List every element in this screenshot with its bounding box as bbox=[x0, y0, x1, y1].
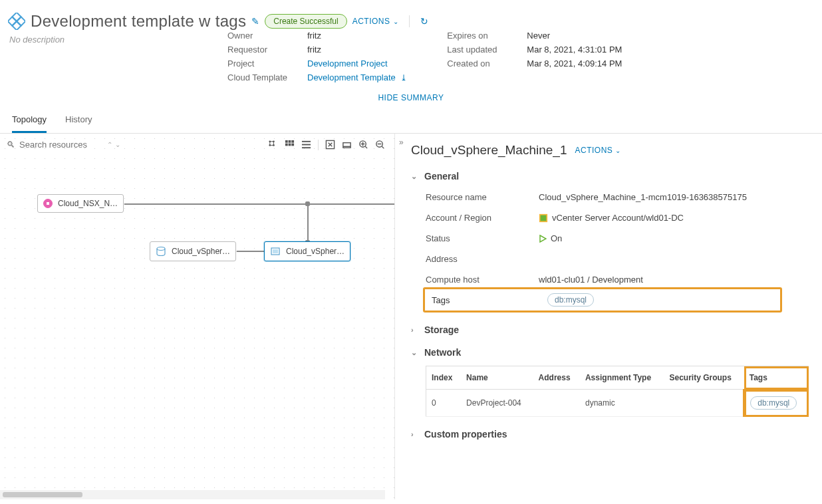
svg-rect-10 bbox=[291, 140, 294, 143]
power-on-icon bbox=[539, 235, 547, 243]
svg-rect-23 bbox=[273, 249, 278, 253]
cell-tags: db:mysql bbox=[744, 390, 809, 417]
topology-node-vsphere-machine[interactable]: Cloud_vSpher… bbox=[264, 241, 350, 261]
cell-index: 0 bbox=[426, 390, 462, 417]
deployment-logo-icon bbox=[8, 13, 25, 30]
tag-chip[interactable]: db:mysql bbox=[547, 293, 594, 307]
svg-rect-25 bbox=[541, 215, 547, 221]
col-tags[interactable]: Tags bbox=[744, 366, 809, 390]
col-index[interactable]: Index bbox=[426, 366, 462, 390]
svg-rect-13 bbox=[291, 144, 294, 146]
zoom-in-icon[interactable] bbox=[358, 140, 368, 150]
svg-rect-11 bbox=[285, 144, 288, 146]
download-icon[interactable]: ⤓ bbox=[400, 73, 407, 82]
project-link[interactable]: Development Project bbox=[307, 59, 407, 68]
expires-label: Expires on bbox=[447, 31, 527, 41]
resource-name-label: Resource name bbox=[426, 192, 539, 202]
section-toggle-network[interactable]: ⌄ Network bbox=[411, 347, 809, 358]
tags-highlight-box: Tags db:mysql bbox=[423, 287, 782, 313]
vcenter-icon bbox=[539, 213, 548, 223]
search-icon: 🔍︎ bbox=[7, 140, 15, 150]
col-assignment[interactable]: Assignment Type bbox=[580, 366, 664, 390]
svg-rect-14 bbox=[302, 141, 311, 142]
status-value: On bbox=[551, 233, 562, 243]
chevron-down-icon[interactable]: ⌄ bbox=[115, 141, 120, 148]
svg-rect-12 bbox=[289, 144, 291, 146]
requestor-value: fritz bbox=[307, 45, 407, 55]
cell-address bbox=[533, 390, 580, 417]
expires-value: Never bbox=[527, 31, 622, 41]
vm-icon bbox=[270, 246, 281, 257]
tags-label: Tags bbox=[432, 295, 547, 305]
section-toggle-general[interactable]: ⌄ General bbox=[411, 171, 809, 182]
cell-security bbox=[664, 390, 744, 417]
resource-search-input[interactable] bbox=[18, 139, 104, 150]
nsx-network-icon bbox=[43, 199, 53, 208]
svg-rect-8 bbox=[285, 140, 288, 143]
cell-assignment: dynamic bbox=[580, 390, 664, 417]
center-icon[interactable] bbox=[342, 140, 352, 150]
cloud-template-link[interactable]: Development Template bbox=[307, 72, 396, 82]
chevron-up-icon[interactable]: ⌃ bbox=[107, 141, 112, 148]
topology-node-nsx-network[interactable]: Cloud_NSX_N… bbox=[37, 194, 124, 213]
col-name[interactable]: Name bbox=[461, 366, 533, 390]
cell-name: DevProject-004 bbox=[461, 390, 533, 417]
topology-node-vsphere-disk[interactable]: Cloud_vSpher… bbox=[150, 241, 236, 261]
refresh-icon[interactable]: ↻ bbox=[420, 16, 428, 27]
status-pill: Create Successful bbox=[265, 14, 346, 29]
owner-label: Owner bbox=[227, 31, 307, 41]
section-toggle-custom-properties[interactable]: › Custom properties bbox=[411, 429, 809, 440]
svg-rect-18 bbox=[343, 143, 350, 148]
last-updated-label: Last updated bbox=[447, 45, 527, 55]
account-region-value: vCenter Server Account/wld01-DC bbox=[552, 213, 684, 223]
requestor-label: Requestor bbox=[227, 45, 307, 55]
svg-rect-15 bbox=[302, 144, 311, 146]
cloud-template-label: Cloud Template bbox=[227, 72, 307, 82]
compute-host-value: wld01-clu01 / Development bbox=[539, 275, 809, 285]
divider bbox=[409, 15, 410, 27]
node-label: Cloud_vSpher… bbox=[172, 247, 230, 256]
col-security[interactable]: Security Groups bbox=[664, 366, 744, 390]
chevron-down-icon: ⌄ bbox=[411, 172, 418, 181]
section-toggle-storage[interactable]: › Storage bbox=[411, 324, 809, 335]
owner-value: fritz bbox=[307, 31, 407, 41]
list-view-icon[interactable] bbox=[301, 140, 311, 150]
edit-pencil-icon[interactable]: ✎ bbox=[251, 16, 259, 27]
topology-canvas[interactable]: 🔍︎ ⌃ ⌄ Cloud_NSX_N… bbox=[0, 134, 394, 499]
col-address[interactable]: Address bbox=[533, 366, 580, 390]
zoom-out-icon[interactable] bbox=[375, 140, 385, 150]
horizontal-scrollbar[interactable] bbox=[0, 490, 385, 499]
resource-actions-dropdown[interactable]: ACTIONS⌄ bbox=[575, 146, 621, 155]
last-updated-value: Mar 8, 2021, 4:31:01 PM bbox=[527, 45, 622, 55]
address-label: Address bbox=[426, 254, 539, 264]
resource-name-value: Cloud_vSphere_Machine_1-mcm1019-16363857… bbox=[539, 192, 809, 202]
compute-host-label: Compute host bbox=[426, 275, 539, 285]
grid-view-icon[interactable] bbox=[285, 140, 295, 150]
chevron-right-icon: › bbox=[411, 326, 418, 334]
tab-topology[interactable]: Topology bbox=[12, 108, 47, 133]
created-on-label: Created on bbox=[447, 59, 527, 68]
selected-resource-title: Cloud_vSphere_Machine_1 bbox=[411, 143, 567, 158]
project-label: Project bbox=[227, 59, 307, 68]
tab-history[interactable]: History bbox=[65, 108, 92, 133]
table-row[interactable]: 0 DevProject-004 dynamic db:mysql bbox=[426, 390, 809, 417]
tree-layout-icon[interactable] bbox=[268, 140, 278, 150]
hide-summary-toggle[interactable]: HIDE SUMMARY bbox=[0, 88, 822, 108]
svg-point-21 bbox=[157, 247, 165, 251]
svg-rect-9 bbox=[289, 140, 291, 143]
created-on-value: Mar 8, 2021, 4:09:14 PM bbox=[527, 59, 622, 68]
page-actions-dropdown[interactable]: ACTIONS⌄ bbox=[352, 17, 398, 26]
page-title: Development template w tags bbox=[31, 12, 246, 31]
node-label: Cloud_vSpher… bbox=[286, 247, 344, 256]
address-value bbox=[539, 254, 809, 264]
disk-icon bbox=[156, 246, 166, 257]
status-label: Status bbox=[426, 233, 539, 243]
description-placeholder: No description bbox=[8, 31, 227, 45]
account-region-label: Account / Region bbox=[426, 213, 539, 223]
chevron-down-icon: ⌄ bbox=[411, 348, 418, 357]
fit-to-screen-icon[interactable] bbox=[325, 140, 335, 150]
svg-rect-16 bbox=[302, 147, 311, 148]
panel-expand-icon[interactable]: » bbox=[399, 138, 405, 147]
chevron-right-icon: › bbox=[411, 430, 418, 438]
tag-chip[interactable]: db:mysql bbox=[750, 396, 797, 410]
